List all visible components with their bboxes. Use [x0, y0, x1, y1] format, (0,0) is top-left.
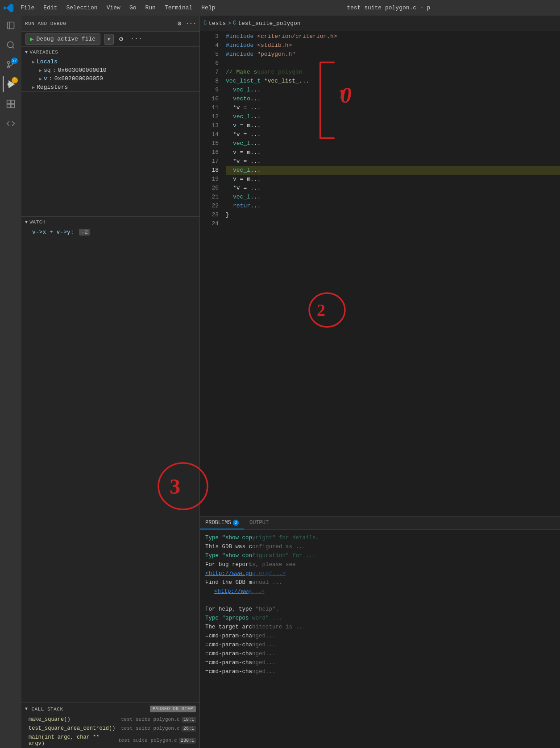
- code-line-3: #include <criterion/criterion.h>: [226, 32, 560, 41]
- locals-expand: ▶: [32, 59, 35, 65]
- activity-explorer[interactable]: [3, 17, 19, 33]
- debug-ellipsis-icon[interactable]: ···: [129, 34, 144, 44]
- menu-help[interactable]: Help: [198, 3, 219, 13]
- activity-remote[interactable]: [3, 116, 19, 132]
- activity-source-control[interactable]: 27: [3, 57, 19, 73]
- v-name: v: [44, 75, 47, 82]
- problems-label: PROBLEMS: [205, 520, 231, 526]
- sidebar: RUN AND DEBUG ⚙ ··· ▶ Debug active file …: [21, 16, 200, 748]
- stack-item-0[interactable]: make_square() test_suite_polygon.c 18:1: [21, 715, 199, 724]
- code-line-16: v = m...: [226, 148, 560, 157]
- watch-expr-0[interactable]: v->x + v->y: -2: [21, 227, 199, 237]
- debug-console[interactable]: Type "show copyright" for details. This …: [200, 530, 560, 748]
- ln-20: 20: [200, 184, 219, 193]
- stack-file-0: test_suite_polygon.c: [121, 717, 180, 722]
- console-line-6: <http://www...>: [205, 587, 555, 596]
- variable-sq[interactable]: ▶ sq : 0x603000000010: [21, 66, 199, 74]
- menu-edit[interactable]: Edit: [40, 3, 61, 13]
- stack-item-1[interactable]: test_square_area_centroid() test_suite_p…: [21, 724, 199, 733]
- code-line-7: // Make square polygon: [226, 68, 560, 77]
- debug-active-file-button[interactable]: ▶ Debug active file: [25, 33, 100, 45]
- svg-rect-0: [8, 22, 14, 29]
- breadcrumb-sep1: >: [228, 20, 231, 27]
- ln-16: 16: [200, 148, 219, 157]
- problems-count: 8: [233, 520, 239, 526]
- variables-title: VARIABLES: [30, 50, 58, 55]
- right-panel: C tests > C test_suite_polygon 3 4 5 6 7…: [200, 16, 560, 748]
- console-line-13: =cmd-param-changed...: [205, 649, 555, 658]
- watch-header[interactable]: ▼ WATCH: [21, 217, 199, 227]
- vscode-icon: [4, 3, 13, 13]
- console-line-2: Type "show configuration" for ...: [205, 551, 555, 560]
- c-file-icon: C: [203, 20, 207, 26]
- variable-v[interactable]: ▶ v : 0x602000000050: [21, 74, 199, 83]
- svg-point-6: [8, 83, 10, 86]
- sq-val: 0x603000000010: [58, 67, 106, 74]
- window-title: test_suite_polygon.c - p: [221, 4, 556, 11]
- output-tab[interactable]: OUTPUT: [244, 517, 274, 529]
- svg-rect-7: [7, 100, 11, 104]
- code-line-23: }: [226, 211, 560, 219]
- code-line-5: #include "polygon.h": [226, 50, 560, 59]
- menu-file[interactable]: File: [17, 3, 38, 13]
- activity-debug[interactable]: 1: [3, 76, 19, 92]
- ln-7: 7: [200, 68, 219, 77]
- breadcrumb-file: test_suite_polygon: [238, 20, 300, 27]
- sq-expand: ▶: [39, 68, 42, 73]
- code-line-18: ▶ vec_l...: [226, 166, 560, 175]
- console-line-5: Find the GDB manual ...: [205, 578, 555, 587]
- problems-tab[interactable]: PROBLEMS 8: [200, 517, 244, 529]
- sq-name: sq: [44, 67, 51, 74]
- more-actions-btn[interactable]: ···: [186, 19, 196, 29]
- activity-search[interactable]: [3, 37, 19, 53]
- svg-point-1: [8, 42, 13, 48]
- menu-selection[interactable]: Selection: [62, 3, 101, 13]
- stack-item-2[interactable]: main(int argc, char ** argv) test_suite_…: [21, 733, 199, 748]
- breadcrumb-c-icon: C: [233, 20, 236, 26]
- locals-label: Locals: [37, 58, 58, 65]
- sidebar-empty-space: [21, 237, 199, 703]
- console-line-0: Type "show copyright" for details.: [205, 533, 555, 542]
- callstack-toggle[interactable]: ▼ CALL STACK: [25, 707, 63, 712]
- code-line-4: #include <stdlib.h>: [226, 41, 560, 50]
- debug-dropdown[interactable]: ▾: [104, 34, 114, 45]
- watch-chevron: ▼: [25, 220, 28, 225]
- output-label: OUTPUT: [249, 520, 269, 526]
- stack-func-2: main(int argc, char ** argv): [29, 734, 116, 747]
- tab-bar: C tests > C test_suite_polygon: [200, 16, 560, 31]
- activity-bar: 27 1: [0, 16, 21, 748]
- variables-header[interactable]: ▼ VARIABLES: [21, 47, 199, 58]
- svg-rect-8: [11, 100, 15, 104]
- ln-3: 3: [200, 32, 219, 41]
- registers-item[interactable]: ▶ Registers: [21, 83, 199, 91]
- ln-4: 4: [200, 41, 219, 50]
- registers-expand: ▶: [32, 85, 35, 90]
- console-line-8: For help, type "help".: [205, 605, 555, 614]
- panel-tabs: PROBLEMS 8 OUTPUT: [200, 517, 560, 530]
- watch-expr-text: v->x + v->y:: [32, 229, 74, 236]
- code-line-12: vec_l...: [226, 112, 560, 121]
- code-line-14: *v = ...: [226, 130, 560, 139]
- stack-line-1: 26:1: [182, 726, 196, 731]
- callstack-chevron: ▼: [25, 707, 28, 711]
- console-line-4: <http://www.gnu.org/...>: [205, 569, 555, 578]
- code-line-19: v = m...: [226, 175, 560, 184]
- ln-11: 11: [200, 103, 219, 112]
- locals-item[interactable]: ▶ Locals: [21, 58, 199, 66]
- menu-view[interactable]: View: [103, 3, 124, 13]
- menu-go[interactable]: Go: [126, 3, 140, 13]
- editor-area[interactable]: 3 4 5 6 7 8 ● 9 10 11 12 13 14 15 16 17: [200, 31, 560, 516]
- code-line-21: vec_l...: [226, 193, 560, 202]
- menu-run[interactable]: Run: [141, 3, 159, 13]
- activity-extensions[interactable]: [3, 96, 19, 112]
- menu-terminal[interactable]: Terminal: [161, 3, 196, 13]
- console-line-7: [205, 596, 555, 605]
- debug-gear-icon[interactable]: ⚙: [117, 34, 125, 44]
- registers-label: Registers: [37, 84, 68, 91]
- code-line-20: *v = ...: [226, 184, 560, 193]
- code-content[interactable]: #include <criterion/criterion.h> #includ…: [222, 31, 560, 516]
- ln-12: 12: [200, 112, 219, 121]
- console-line-15: =cmd-param-changed...: [205, 667, 555, 676]
- settings-gear-btn[interactable]: ⚙: [174, 19, 184, 29]
- code-line-13: v = m...: [226, 121, 560, 130]
